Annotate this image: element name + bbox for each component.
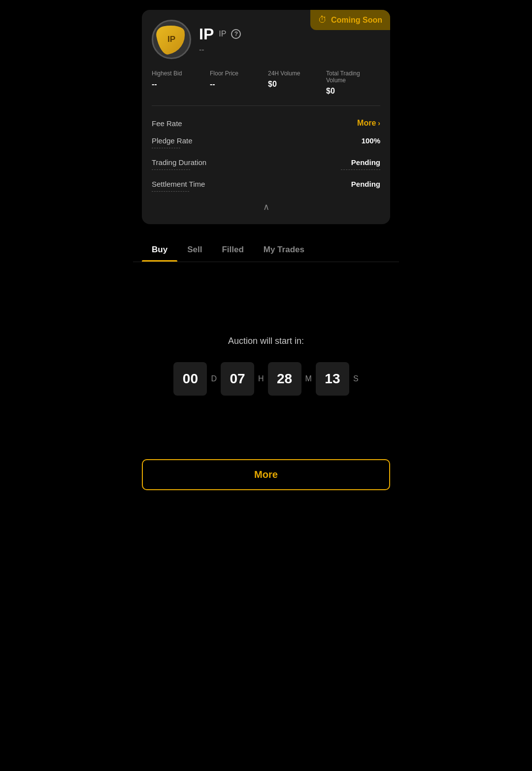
countdown-minutes-unit: M: [305, 374, 312, 383]
more-button[interactable]: More: [142, 459, 390, 490]
pledge-dashed-line: [152, 148, 180, 148]
tabs-container: Buy Sell Filled My Trades: [133, 234, 399, 262]
settlement-time-value: Pending: [351, 180, 380, 188]
volume-24h-label: 24H Volume: [268, 70, 322, 77]
token-title-row: IP IP ?: [199, 25, 241, 43]
tab-sell[interactable]: Sell: [177, 240, 212, 262]
chevron-right-icon: ›: [378, 119, 380, 127]
countdown-seconds-unit: S: [353, 374, 359, 383]
token-ticker-label: IP: [219, 30, 226, 38]
settlement-time-row: Settlement Time Pending: [152, 176, 380, 198]
countdown-row: 00 D 07 H 28 M 13 S: [173, 362, 358, 396]
countdown-hours-unit: H: [258, 374, 264, 383]
tab-filled[interactable]: Filled: [212, 240, 253, 262]
countdown-hours: 07: [230, 371, 245, 387]
trading-duration-left: Trading Duration: [152, 158, 206, 174]
countdown-days: 00: [183, 371, 198, 387]
stat-floor-price: Floor Price --: [210, 70, 264, 96]
token-subtitle: --: [199, 45, 241, 54]
token-logo: IP: [152, 20, 191, 59]
token-logo-text: IP: [167, 34, 175, 44]
pledge-rate-row: Pledge Rate 100%: [152, 133, 380, 154]
settlement-dashed-line: [152, 191, 189, 192]
stat-total-volume: Total Trading Volume $0: [326, 70, 380, 96]
trading-duration-right: Pending: [341, 158, 380, 174]
tab-buy[interactable]: Buy: [142, 240, 177, 262]
floor-price-value: --: [210, 80, 264, 89]
divider: [152, 105, 380, 106]
highest-bid-label: Highest Bid: [152, 70, 206, 77]
countdown-minutes: 28: [277, 371, 292, 387]
pledge-rate-left: Pledge Rate: [152, 136, 193, 152]
countdown-hours-block: 07: [221, 362, 254, 396]
content-area: Auction will start in: 00 D 07 H 28 M 13…: [133, 262, 399, 459]
header-info: IP IP ? --: [199, 25, 241, 54]
trading-duration-label: Trading Duration: [152, 158, 206, 167]
fee-rate-more-button[interactable]: More ›: [357, 119, 380, 128]
pledge-rate-label: Pledge Rate: [152, 136, 193, 145]
chevron-up-icon: ∧: [263, 201, 269, 212]
trading-duration-value: Pending: [351, 158, 380, 167]
trading-dashed-line: [152, 169, 190, 170]
pledge-rate-value: 100%: [362, 136, 380, 145]
clock-icon: ⏱: [318, 15, 327, 25]
top-card: ⏱ Coming Soon IP IP IP ? -- Highest Bid …: [142, 10, 390, 224]
settlement-time-left: Settlement Time: [152, 180, 205, 196]
coming-soon-badge: ⏱ Coming Soon: [310, 10, 390, 30]
stats-row: Highest Bid -- Floor Price -- 24H Volume…: [152, 70, 380, 96]
coming-soon-label: Coming Soon: [331, 16, 382, 25]
countdown-days-unit: D: [211, 374, 217, 383]
tab-my-trades[interactable]: My Trades: [254, 240, 314, 262]
collapse-button[interactable]: ∧: [152, 198, 380, 212]
highest-bid-value: --: [152, 80, 206, 89]
stat-24h-volume: 24H Volume $0: [268, 70, 322, 96]
countdown-seconds-block: 13: [316, 362, 349, 396]
info-icon[interactable]: ?: [231, 29, 241, 39]
total-volume-value: $0: [326, 87, 380, 96]
fee-rate-row: Fee Rate More ›: [152, 114, 380, 133]
floor-price-label: Floor Price: [210, 70, 264, 77]
fee-rate-more-label: More: [357, 119, 376, 128]
total-volume-label: Total Trading Volume: [326, 70, 380, 84]
tab-buy-label: Buy: [152, 245, 167, 254]
trading-dashed-right: [341, 169, 380, 170]
fee-rate-label: Fee Rate: [152, 119, 182, 128]
countdown-minutes-block: 28: [268, 362, 301, 396]
auction-message: Auction will start in:: [228, 336, 304, 346]
settlement-time-label: Settlement Time: [152, 180, 205, 188]
countdown-days-block: 00: [173, 362, 207, 396]
pledge-rate-right: 100%: [362, 136, 380, 145]
countdown-seconds: 13: [325, 371, 340, 387]
settlement-time-right: Pending: [351, 180, 380, 188]
stat-highest-bid: Highest Bid --: [152, 70, 206, 96]
volume-24h-value: $0: [268, 80, 322, 89]
token-title: IP: [199, 25, 214, 43]
token-logo-hex: IP: [155, 23, 188, 56]
tab-filled-label: Filled: [222, 245, 243, 254]
tab-my-trades-label: My Trades: [264, 245, 304, 254]
tab-sell-label: Sell: [187, 245, 202, 254]
more-button-container: More: [133, 459, 399, 510]
trading-duration-row: Trading Duration Pending: [152, 154, 380, 176]
